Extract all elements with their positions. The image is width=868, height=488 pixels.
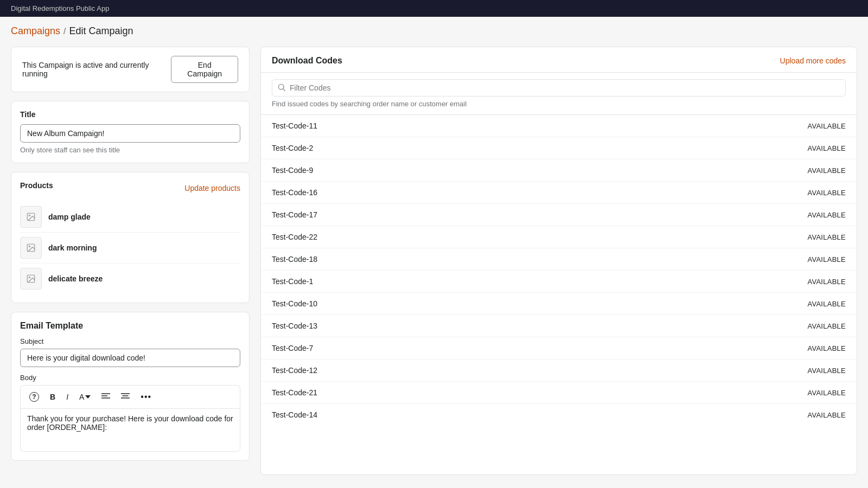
highlight-icon: A <box>79 393 91 401</box>
code-cell: Test-Code-9 <box>261 159 576 182</box>
svg-point-1 <box>29 215 30 216</box>
table-row: Test-Code-7 AVAILABLE <box>261 337 857 359</box>
title-label: Title <box>20 110 240 119</box>
title-hint: Only store staff can see this title <box>20 146 240 154</box>
table-row: Test-Code-22 AVAILABLE <box>261 226 857 248</box>
status-badge: AVAILABLE <box>807 278 846 286</box>
code-cell: Test-Code-12 <box>261 359 576 382</box>
upload-more-codes-link[interactable]: Upload more codes <box>780 56 846 65</box>
table-row: Test-Code-12 AVAILABLE <box>261 359 857 382</box>
help-button[interactable]: ? <box>26 390 42 404</box>
status-badge: AVAILABLE <box>807 189 846 197</box>
status-cell: AVAILABLE <box>576 182 857 204</box>
table-row: Test-Code-11 AVAILABLE <box>261 115 857 137</box>
product-name-0: damp glade <box>48 213 91 221</box>
code-cell: Test-Code-1 <box>261 271 576 293</box>
main-content: This Campaign is active and currently ru… <box>0 41 868 486</box>
product-thumbnail-2 <box>20 268 42 290</box>
status-badge: AVAILABLE <box>807 344 846 352</box>
products-label: Products <box>20 181 53 190</box>
status-badge: AVAILABLE <box>807 367 846 375</box>
code-cell: Test-Code-14 <box>261 404 576 426</box>
subject-input[interactable] <box>20 349 240 367</box>
end-campaign-button[interactable]: End Campaign <box>171 56 238 83</box>
codes-table: Test-Code-11 AVAILABLE Test-Code-2 AVAIL… <box>261 115 857 426</box>
left-panel: This Campaign is active and currently ru… <box>0 47 260 475</box>
filter-codes-input[interactable] <box>272 79 846 97</box>
product-thumbnail-0 <box>20 206 42 228</box>
align-left-icon <box>101 393 110 402</box>
status-cell: AVAILABLE <box>576 226 857 248</box>
status-badge: AVAILABLE <box>807 122 846 130</box>
align-center-button[interactable] <box>118 390 133 404</box>
campaign-status-card: This Campaign is active and currently ru… <box>11 47 250 92</box>
product-name-2: delicate breeze <box>48 274 103 283</box>
svg-point-5 <box>29 277 30 278</box>
products-header: Products Update products <box>20 181 240 195</box>
filter-hint: Find issued codes by searching order nam… <box>272 100 846 108</box>
table-row: Test-Code-21 AVAILABLE <box>261 382 857 404</box>
code-cell: Test-Code-11 <box>261 115 576 137</box>
code-cell: Test-Code-18 <box>261 248 576 271</box>
status-cell: AVAILABLE <box>576 204 857 226</box>
bold-button[interactable]: B <box>47 390 59 403</box>
svg-marker-6 <box>85 395 91 399</box>
status-cell: AVAILABLE <box>576 293 857 315</box>
search-icon <box>277 83 286 93</box>
product-item: damp glade <box>20 202 240 233</box>
email-template-card: Email Template Subject Body ? B I A <box>11 312 250 461</box>
table-row: Test-Code-2 AVAILABLE <box>261 137 857 159</box>
status-badge: AVAILABLE <box>807 389 846 397</box>
editor-toolbar: ? B I A <box>20 385 240 408</box>
app-header: Digital Redemptions Public App <box>0 0 868 17</box>
code-cell: Test-Code-22 <box>261 226 576 248</box>
product-thumbnail-1 <box>20 237 42 259</box>
code-cell: Test-Code-21 <box>261 382 576 404</box>
align-center-icon <box>121 393 130 402</box>
status-cell: AVAILABLE <box>576 404 857 426</box>
search-wrapper <box>272 79 846 97</box>
code-cell: Test-Code-7 <box>261 337 576 359</box>
product-name-1: dark morning <box>48 243 97 252</box>
table-row: Test-Code-1 AVAILABLE <box>261 271 857 293</box>
products-list: damp glade dark morning delicate breeze <box>20 202 240 294</box>
download-codes-panel: Download Codes Upload more codes Find is… <box>260 47 857 475</box>
italic-button[interactable]: I <box>63 390 72 403</box>
status-badge: AVAILABLE <box>807 300 846 308</box>
status-cell: AVAILABLE <box>576 271 857 293</box>
status-badge: AVAILABLE <box>807 233 846 241</box>
status-cell: AVAILABLE <box>576 337 857 359</box>
status-badge: AVAILABLE <box>807 211 846 219</box>
title-input[interactable] <box>20 124 240 143</box>
code-cell: Test-Code-13 <box>261 315 576 337</box>
breadcrumb-parent[interactable]: Campaigns <box>11 25 60 37</box>
svg-point-3 <box>29 246 30 247</box>
table-row: Test-Code-18 AVAILABLE <box>261 248 857 271</box>
status-cell: AVAILABLE <box>576 137 857 159</box>
table-row: Test-Code-14 AVAILABLE <box>261 404 857 426</box>
status-cell: AVAILABLE <box>576 359 857 382</box>
download-codes-header: Download Codes Upload more codes <box>261 47 857 73</box>
align-left-button[interactable] <box>98 390 113 404</box>
editor-body[interactable]: Thank you for your purchase! Here is you… <box>20 408 240 452</box>
table-row: Test-Code-17 AVAILABLE <box>261 204 857 226</box>
status-badge: AVAILABLE <box>807 322 846 330</box>
table-row: Test-Code-16 AVAILABLE <box>261 182 857 204</box>
code-cell: Test-Code-10 <box>261 293 576 315</box>
status-badge: AVAILABLE <box>807 166 846 175</box>
breadcrumb-current: Edit Campaign <box>69 25 133 37</box>
more-options-button[interactable]: ••• <box>137 390 155 404</box>
italic-icon: I <box>66 393 68 401</box>
table-row: Test-Code-10 AVAILABLE <box>261 293 857 315</box>
breadcrumb: Campaigns / Edit Campaign <box>0 17 868 41</box>
update-products-link[interactable]: Update products <box>184 184 240 192</box>
product-item: delicate breeze <box>20 264 240 294</box>
code-cell: Test-Code-2 <box>261 137 576 159</box>
status-cell: AVAILABLE <box>576 115 857 137</box>
status-cell: AVAILABLE <box>576 248 857 271</box>
product-item: dark morning <box>20 233 240 264</box>
status-cell: AVAILABLE <box>576 382 857 404</box>
more-options-icon: ••• <box>141 392 151 402</box>
highlight-button[interactable]: A <box>76 390 94 403</box>
status-badge: AVAILABLE <box>807 411 846 419</box>
